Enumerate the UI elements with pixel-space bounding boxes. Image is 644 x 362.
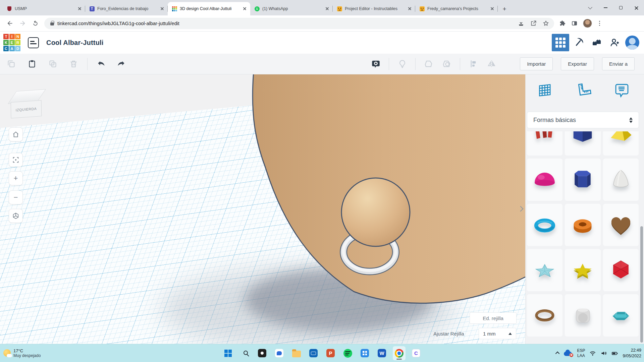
notes-button[interactable] [371,59,381,69]
edit-grid-button[interactable]: Ed. rejilla [470,312,517,324]
delete-button[interactable] [68,59,78,69]
taskbar-powerpoint-button[interactable]: P [324,346,337,360]
taskbar-chat-button[interactable] [273,346,286,360]
shape-star[interactable] [565,249,600,291]
taskbar-store-button[interactable] [359,346,371,360]
taskbar-outlook-button[interactable] [307,346,320,360]
bookmark-star-icon[interactable] [542,20,549,27]
volume-icon[interactable] [600,350,607,357]
copy-button[interactable] [6,59,16,69]
hidden-icons-chevron-icon[interactable] [555,352,560,356]
blocks-mode-button[interactable] [570,34,588,52]
show-all-button[interactable] [397,59,407,69]
minimize-button[interactable] [598,0,613,15]
shape-heart[interactable] [603,204,639,246]
tab-search-button[interactable] [582,0,598,15]
taskbar-clock[interactable]: 22:49 9/05/2022 [623,348,641,359]
tab-2[interactable]: TForo_Evidencias de trabajo [85,2,168,15]
new-tab-button[interactable]: + [500,4,509,14]
panel-scrollbar[interactable] [640,226,643,343]
shape-paraboloid[interactable] [603,159,639,201]
onedrive-icon[interactable] [564,350,573,356]
workplane-tool-button[interactable] [537,82,554,101]
fit-view-button[interactable] [9,153,23,167]
shape-dice[interactable] [565,294,600,337]
solid-shape-button[interactable] [424,59,434,69]
shape-tube[interactable] [565,204,600,246]
mirror-button[interactable] [486,59,496,69]
hole-shape-button[interactable] [442,59,452,69]
collapse-panel-chevron-icon[interactable] [519,204,523,213]
import-button[interactable]: Importar [520,57,553,70]
shape-icosahedron[interactable] [603,249,639,291]
tab-6[interactable]: Fredy_camarena's Projects [415,2,498,15]
shape-pyramid[interactable] [603,131,639,156]
tab-close-icon[interactable] [242,6,248,11]
tab-close-icon[interactable] [490,6,495,11]
undo-button[interactable] [96,59,106,69]
duplicate-button[interactable] [48,59,58,69]
shape-torus[interactable] [527,204,562,246]
view-cube[interactable]: IZQUIERDA [9,88,46,125]
design-scene[interactable] [0,74,525,344]
design-object-sphere[interactable] [341,178,410,246]
tab-5[interactable]: Project Editor - Instructables [333,2,415,15]
viewport-3d[interactable]: IZQUIERDA + − Ed. rejilla Ajustar Rejill… [0,74,525,344]
zoom-in-button[interactable]: + [9,171,23,185]
align-button[interactable] [468,59,478,69]
ruler-tool-button[interactable] [575,82,592,101]
tab-close-icon[interactable] [407,6,413,11]
view-3d-mode-button[interactable] [551,34,570,52]
share-icon[interactable] [530,20,537,27]
forward-button[interactable] [17,18,28,28]
redo-button[interactable] [116,59,126,69]
browser-profile-avatar[interactable] [583,19,592,28]
shape-hemisphere[interactable] [527,159,562,201]
taskbar-spotify-button[interactable] [341,346,354,360]
export-button[interactable]: Exportar [561,57,594,70]
close-button[interactable] [629,0,644,15]
shape-star-faceted[interactable] [527,249,562,291]
tab-3[interactable]: 3D design Cool Albar-Juttuli [168,2,250,15]
browser-menu-kebab-icon[interactable] [597,20,602,26]
taskbar-photos-button[interactable] [256,346,269,360]
paste-button[interactable] [27,59,37,69]
shapes-scroll-area[interactable] [527,131,639,344]
shape-gem[interactable] [603,294,639,337]
taskbar-clipchamp-button[interactable]: C [410,346,423,360]
weather-widget[interactable]: 17°C Muy despejado [3,348,41,358]
view-cube-front-face[interactable]: IZQUIERDA [11,100,42,118]
tinkercad-profile-avatar[interactable] [625,36,639,50]
share-collaborate-button[interactable] [606,34,624,52]
send-to-button[interactable]: Enviar a [602,57,635,70]
side-panel-icon[interactable] [571,20,578,27]
url-omnibox[interactable]: tinkercad.com/things/iwbJGLTAG1g-cool-al… [44,18,554,29]
tinkercad-logo[interactable]: TINKERCAD [3,34,20,51]
back-button[interactable] [5,18,15,28]
shape-category-dropdown[interactable]: Formas básicas [527,112,639,128]
taskbar-search-button[interactable] [239,346,252,360]
taskbar-start-button[interactable] [222,346,234,360]
taskbar-word-button[interactable]: W [376,346,388,360]
taskbar-chrome-button[interactable] [393,346,406,360]
design-properties-icon[interactable] [28,37,39,48]
tab-close-icon[interactable] [77,6,83,11]
perspective-toggle-button[interactable] [9,209,23,223]
maximize-button[interactable] [613,0,629,15]
tab-close-icon[interactable] [325,6,330,11]
shape-polygon-prism[interactable] [565,159,600,201]
shape-box[interactable] [565,131,600,156]
shape-ring[interactable] [527,294,562,337]
tab-4[interactable]: 1(1) WhatsApp [250,2,333,15]
shape-text[interactable] [527,131,562,156]
language-indicator[interactable]: ESP LAA [577,348,585,358]
design-title[interactable]: Cool Albar-Juttuli [46,39,104,47]
extensions-puzzle-icon[interactable] [559,20,566,27]
zoom-out-button[interactable]: − [9,190,23,204]
battery-icon[interactable] [611,350,618,357]
taskbar-explorer-button[interactable] [290,346,303,360]
reload-button[interactable] [30,18,40,28]
home-view-button[interactable] [9,127,23,141]
notes-tool-button[interactable] [612,82,630,101]
bricks-mode-button[interactable] [588,34,606,52]
